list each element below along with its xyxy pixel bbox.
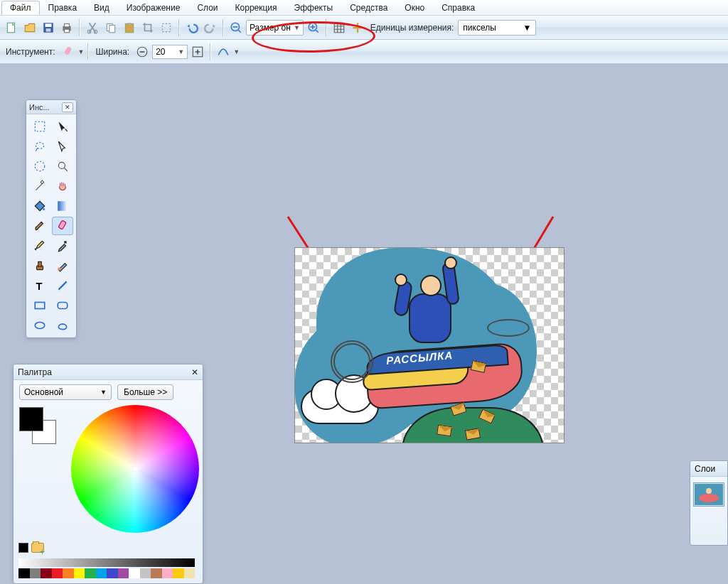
swatch[interactable]: [162, 568, 173, 578]
primary-secondary-dropdown[interactable]: Основной▼: [19, 384, 112, 400]
crop-button[interactable]: [139, 19, 156, 36]
current-tool-icon[interactable]: [60, 43, 77, 60]
primary-color-swatch[interactable]: [19, 407, 43, 431]
redo-button[interactable]: [202, 19, 219, 36]
tool-color-picker[interactable]: [52, 237, 73, 255]
swatch[interactable]: [30, 568, 41, 578]
tool-text[interactable]: T: [29, 276, 50, 295]
tool-label: Инструмент:: [6, 47, 55, 57]
tool-magic-wand[interactable]: [29, 177, 50, 195]
swatch[interactable]: [74, 568, 85, 578]
more-button[interactable]: Больше >>: [117, 384, 173, 400]
swatch[interactable]: [85, 568, 96, 578]
tool-paintbrush[interactable]: [29, 217, 50, 235]
menu-tools[interactable]: Средства: [341, 1, 396, 15]
svg-point-33: [58, 267, 61, 271]
tool-gradient[interactable]: [52, 197, 73, 215]
tool-move-selection[interactable]: [52, 117, 73, 136]
width-increase-button[interactable]: [189, 43, 206, 60]
deselect-button[interactable]: [158, 19, 175, 36]
tool-move[interactable]: [52, 137, 73, 156]
tool-freeform-shape[interactable]: [52, 316, 73, 335]
tool-rounded-rectangle[interactable]: [52, 296, 73, 315]
tool-clone-stamp[interactable]: [29, 256, 50, 275]
color-wheel-cursor[interactable]: [132, 466, 138, 472]
add-palette-icon[interactable]: +: [40, 547, 45, 557]
width-input[interactable]: 20 ▼: [152, 45, 188, 59]
black-white-reset[interactable]: [18, 543, 28, 553]
menu-help[interactable]: Справка: [433, 1, 483, 15]
open-button[interactable]: [21, 19, 38, 36]
zoom-out-button[interactable]: [228, 19, 245, 36]
svg-rect-28: [58, 201, 68, 211]
chevron-down-icon: ▼: [178, 48, 184, 55]
swatch[interactable]: [52, 568, 63, 578]
tool-ellipse-select[interactable]: [29, 157, 50, 175]
value-slider[interactable]: [18, 558, 195, 567]
menu-adjustments[interactable]: Коррекция: [227, 1, 286, 15]
antialias-button[interactable]: [215, 43, 232, 60]
paste-button[interactable]: [121, 19, 138, 36]
undo-button[interactable]: [183, 19, 200, 36]
chevron-down-icon[interactable]: ▼: [233, 48, 240, 55]
new-button[interactable]: [3, 19, 20, 36]
tool-ellipse[interactable]: [29, 316, 50, 335]
width-label: Ширина:: [95, 47, 129, 57]
swatch[interactable]: [118, 568, 129, 578]
swatch[interactable]: [18, 568, 30, 578]
swatch[interactable]: [151, 568, 162, 578]
separator: [178, 19, 180, 36]
copy-button[interactable]: [102, 19, 119, 36]
menu-image[interactable]: Изображение: [118, 1, 189, 15]
colors-panel-title-bar[interactable]: Палитра ✕: [14, 364, 203, 380]
color-swatch-pair[interactable]: [19, 407, 59, 445]
menu-edit[interactable]: Правка: [40, 1, 86, 15]
swatch[interactable]: [41, 568, 52, 578]
tool-eraser[interactable]: [52, 217, 73, 235]
save-button[interactable]: [40, 19, 57, 36]
tool-recolor[interactable]: [52, 256, 73, 275]
svg-rect-12: [128, 23, 132, 25]
swatch[interactable]: [173, 568, 184, 578]
menu-effects[interactable]: Эффекты: [286, 1, 342, 15]
swatch[interactable]: [63, 568, 74, 578]
tool-pencil[interactable]: [29, 237, 50, 255]
chevron-down-icon[interactable]: ▼: [78, 48, 85, 55]
canvas-pilot-body: [409, 293, 451, 343]
print-button[interactable]: [58, 19, 75, 36]
tool-paint-bucket[interactable]: [29, 197, 50, 215]
menu-window[interactable]: Окно: [396, 1, 433, 15]
tools-panel-close-button[interactable]: ✕: [62, 102, 73, 112]
swatch[interactable]: [129, 568, 140, 578]
menu-file[interactable]: Файл: [1, 1, 40, 15]
svg-rect-6: [65, 29, 70, 33]
svg-point-26: [58, 162, 65, 168]
tool-line[interactable]: [52, 276, 73, 295]
canvas[interactable]: РАССЫЛКА: [294, 247, 564, 443]
tool-rectangle-select[interactable]: [29, 117, 50, 136]
swatch[interactable]: [107, 568, 118, 578]
tool-zoom[interactable]: [52, 157, 73, 175]
color-wheel[interactable]: [71, 405, 199, 533]
menu-layers[interactable]: Слои: [188, 1, 226, 15]
colors-panel-close-button[interactable]: ✕: [191, 367, 198, 377]
menu-view[interactable]: Вид: [85, 1, 118, 15]
cut-button[interactable]: [84, 19, 101, 36]
layer-thumbnail[interactable]: [693, 482, 724, 507]
svg-rect-2: [46, 23, 52, 27]
tool-pan[interactable]: [52, 177, 73, 195]
units-label: Единицы измерения:: [370, 23, 454, 33]
layers-panel-title[interactable]: Слои: [690, 461, 727, 477]
units-dropdown[interactable]: пикселы ▼: [458, 20, 536, 36]
svg-rect-32: [38, 261, 42, 266]
tool-lasso-select[interactable]: [29, 137, 50, 156]
swatch[interactable]: [96, 568, 107, 578]
menu-bar: Файл Правка Вид Изображение Слои Коррекц…: [0, 0, 728, 16]
swatch[interactable]: [140, 568, 151, 578]
tool-rectangle[interactable]: [29, 296, 50, 315]
svg-rect-35: [35, 303, 45, 309]
width-decrease-button[interactable]: [134, 43, 151, 60]
tools-panel-title-bar[interactable]: Инс... ✕: [26, 100, 76, 114]
swatch[interactable]: [184, 568, 196, 578]
palette-swatches: [18, 568, 195, 578]
